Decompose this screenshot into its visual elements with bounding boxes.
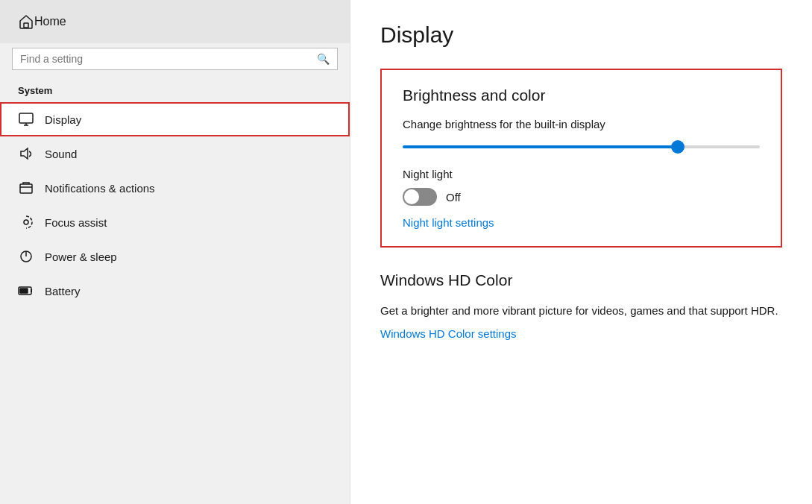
- night-light-label: Night light: [403, 168, 760, 180]
- focus-icon: [18, 214, 34, 230]
- sidebar-item-display[interactable]: Display: [0, 102, 350, 136]
- battery-icon: [18, 283, 34, 299]
- sidebar: Home 🔍 System Display Sound: [0, 0, 350, 504]
- sidebar-item-notifications[interactable]: Notifications & actions: [0, 171, 350, 205]
- toggle-off-label: Off: [446, 191, 461, 204]
- svg-rect-10: [20, 289, 28, 293]
- sidebar-sound-label: Sound: [45, 148, 77, 160]
- search-input[interactable]: [20, 53, 317, 65]
- sidebar-item-power[interactable]: Power & sleep: [0, 239, 350, 274]
- svg-rect-0: [24, 23, 28, 28]
- brightness-label: Change brightness for the built-in displ…: [403, 118, 760, 130]
- svg-rect-1: [19, 113, 33, 123]
- sidebar-display-label: Display: [45, 113, 81, 126]
- sidebar-home-label: Home: [34, 15, 66, 28]
- sidebar-item-home[interactable]: Home: [0, 0, 350, 43]
- sidebar-section-label: System: [0, 81, 350, 102]
- search-icon: 🔍: [317, 53, 330, 65]
- brightness-slider-container[interactable]: [403, 138, 760, 151]
- sidebar-item-battery[interactable]: Battery: [0, 274, 350, 308]
- search-box[interactable]: 🔍: [12, 48, 338, 70]
- hd-color-settings-link[interactable]: Windows HD Color settings: [380, 327, 517, 340]
- sidebar-battery-label: Battery: [45, 285, 81, 297]
- brightness-slider[interactable]: [403, 145, 760, 148]
- hd-color-description: Get a brighter and more vibrant picture …: [380, 303, 782, 320]
- sidebar-focus-label: Focus assist: [45, 216, 107, 229]
- svg-marker-4: [21, 148, 28, 159]
- night-light-toggle[interactable]: [403, 188, 437, 206]
- brightness-section: Brightness and color Change brightness f…: [380, 69, 782, 248]
- toggle-knob: [404, 189, 419, 204]
- home-icon: [18, 13, 34, 30]
- hd-color-title: Windows HD Color: [380, 271, 782, 289]
- page-title: Display: [380, 22, 782, 48]
- svg-rect-5: [20, 184, 32, 193]
- svg-point-6: [24, 220, 28, 224]
- hd-color-section: Windows HD Color Get a brighter and more…: [380, 271, 782, 341]
- brightness-section-title: Brightness and color: [403, 86, 760, 104]
- main-content: Display Brightness and color Change brig…: [350, 0, 812, 504]
- sidebar-item-sound[interactable]: Sound: [0, 136, 350, 171]
- power-icon: [18, 248, 34, 265]
- sidebar-item-focus[interactable]: Focus assist: [0, 205, 350, 239]
- sidebar-power-label: Power & sleep: [45, 251, 117, 263]
- display-icon: [18, 111, 34, 127]
- night-light-settings-link[interactable]: Night light settings: [403, 216, 494, 229]
- sound-icon: [18, 145, 34, 162]
- notifications-icon: [18, 180, 34, 196]
- sidebar-notifications-label: Notifications & actions: [45, 182, 155, 195]
- night-light-toggle-row: Off: [403, 188, 760, 206]
